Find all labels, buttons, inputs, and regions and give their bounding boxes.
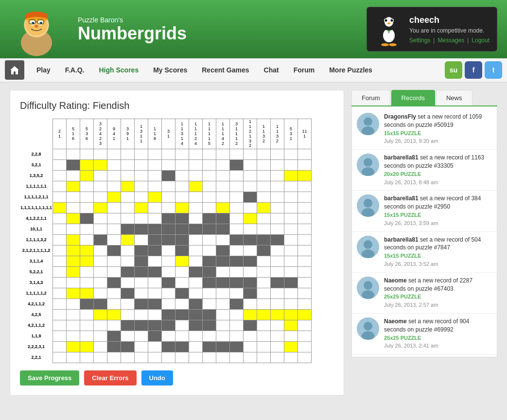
grid-cell[interactable] [216, 213, 230, 224]
grid-cell[interactable] [257, 320, 271, 331]
grid-cell[interactable] [189, 278, 203, 288]
grid-cell[interactable] [67, 352, 80, 363]
grid-cell[interactable] [121, 310, 135, 320]
grid-cell[interactable] [94, 245, 107, 256]
grid-cell[interactable] [121, 181, 135, 192]
grid-cell[interactable] [80, 342, 94, 352]
grid-cell[interactable] [175, 224, 189, 235]
nav-highscores[interactable]: High Scores [91, 58, 146, 82]
grid-cell[interactable] [284, 331, 298, 342]
grid-cell[interactable] [107, 331, 121, 342]
grid-cell[interactable] [203, 224, 216, 235]
tab-records[interactable]: Records [391, 90, 435, 105]
grid-cell[interactable] [216, 310, 230, 320]
grid-cell[interactable] [148, 299, 162, 310]
grid-cell[interactable] [94, 224, 107, 235]
grid-cell[interactable] [298, 352, 312, 363]
grid-cell[interactable] [230, 171, 244, 181]
grid-cell[interactable] [162, 342, 175, 352]
grid-cell[interactable] [244, 299, 257, 310]
grid-cell[interactable] [298, 160, 312, 171]
grid-cell[interactable] [53, 149, 67, 160]
grid-cell[interactable] [189, 245, 203, 256]
grid-cell[interactable] [284, 342, 298, 352]
grid-cell[interactable] [230, 342, 244, 352]
grid-cell[interactable] [175, 235, 189, 245]
grid-cell[interactable] [244, 320, 257, 331]
grid-cell[interactable] [94, 278, 107, 288]
grid-cell[interactable] [298, 288, 312, 299]
grid-cell[interactable] [53, 171, 67, 181]
grid-cell[interactable] [148, 160, 162, 171]
grid-cell[interactable] [121, 245, 135, 256]
grid-cell[interactable] [216, 192, 230, 203]
grid-cell[interactable] [53, 256, 67, 267]
grid-cell[interactable] [135, 267, 148, 278]
grid-cell[interactable] [107, 171, 121, 181]
grid-cell[interactable] [203, 203, 216, 213]
grid-cell[interactable] [284, 288, 298, 299]
grid-cell[interactable] [67, 160, 80, 171]
grid-cell[interactable] [94, 171, 107, 181]
grid-cell[interactable] [189, 256, 203, 267]
grid-cell[interactable] [162, 331, 175, 342]
grid-cell[interactable] [216, 235, 230, 245]
grid-cell[interactable] [271, 245, 284, 256]
grid-cell[interactable] [284, 149, 298, 160]
grid-cell[interactable] [216, 224, 230, 235]
grid-cell[interactable] [121, 224, 135, 235]
grid-cell[interactable] [257, 310, 271, 320]
grid-cell[interactable] [94, 331, 107, 342]
grid-cell[interactable] [298, 213, 312, 224]
grid-cell[interactable] [148, 192, 162, 203]
grid-cell[interactable] [67, 192, 80, 203]
grid-cell[interactable] [244, 267, 257, 278]
grid-cell[interactable] [135, 320, 148, 331]
grid-cell[interactable] [230, 203, 244, 213]
grid-cell[interactable] [203, 245, 216, 256]
grid-cell[interactable] [107, 245, 121, 256]
grid-cell[interactable] [175, 299, 189, 310]
grid-cell[interactable] [216, 331, 230, 342]
grid-cell[interactable] [107, 256, 121, 267]
grid-cell[interactable] [230, 352, 244, 363]
grid-cell[interactable] [94, 256, 107, 267]
grid-cell[interactable] [298, 245, 312, 256]
grid-cell[interactable] [244, 288, 257, 299]
grid-cell[interactable] [271, 235, 284, 245]
grid-cell[interactable] [162, 160, 175, 171]
grid-cell[interactable] [244, 213, 257, 224]
grid-cell[interactable] [53, 267, 67, 278]
grid-cell[interactable] [135, 310, 148, 320]
grid-cell[interactable] [244, 352, 257, 363]
grid-cell[interactable] [148, 310, 162, 320]
grid-cell[interactable] [189, 213, 203, 224]
grid-cell[interactable] [135, 235, 148, 245]
grid-cell[interactable] [257, 331, 271, 342]
grid-cell[interactable] [216, 171, 230, 181]
grid-cell[interactable] [107, 149, 121, 160]
grid-cell[interactable] [121, 160, 135, 171]
grid-cell[interactable] [148, 278, 162, 288]
grid-cell[interactable] [298, 342, 312, 352]
grid-cell[interactable] [53, 331, 67, 342]
grid-cell[interactable] [80, 310, 94, 320]
grid-cell[interactable] [298, 235, 312, 245]
grid-cell[interactable] [162, 267, 175, 278]
grid-cell[interactable] [67, 342, 80, 352]
grid-cell[interactable] [257, 171, 271, 181]
grid-cell[interactable] [189, 267, 203, 278]
grid-cell[interactable] [230, 278, 244, 288]
grid-cell[interactable] [298, 181, 312, 192]
grid-cell[interactable] [175, 267, 189, 278]
grid-cell[interactable] [271, 288, 284, 299]
grid-cell[interactable] [298, 256, 312, 267]
grid-cell[interactable] [244, 342, 257, 352]
grid-cell[interactable] [121, 342, 135, 352]
grid-cell[interactable] [107, 352, 121, 363]
grid-cell[interactable] [67, 310, 80, 320]
grid-cell[interactable] [121, 203, 135, 213]
grid-cell[interactable] [67, 288, 80, 299]
grid-cell[interactable] [107, 310, 121, 320]
grid-cell[interactable] [271, 203, 284, 213]
